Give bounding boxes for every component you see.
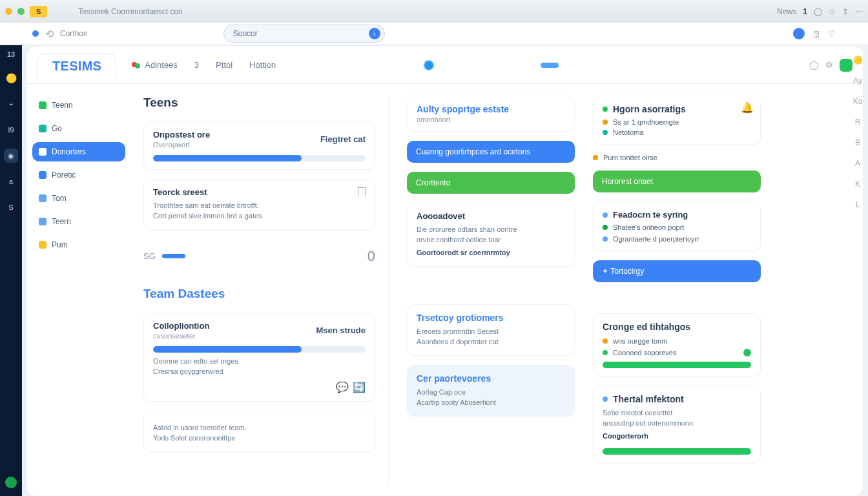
header-gear-icon[interactable]: ⚙ bbox=[825, 60, 833, 70]
url-text[interactable]: Corthon bbox=[60, 29, 88, 38]
card-hgorn[interactable]: 🔔 Hgorn asorratigs Ss ar 1 qmdhoemgte Ne… bbox=[593, 96, 761, 145]
profile-avatar[interactable] bbox=[793, 28, 805, 39]
sidebar-item-tom[interactable]: Tom bbox=[32, 189, 125, 208]
window-dot-2 bbox=[17, 8, 25, 15]
pum-icon bbox=[39, 241, 46, 249]
menu-icon[interactable]: ⋯ bbox=[855, 7, 863, 16]
card-trsetcoy[interactable]: Trsetcoy grotiomers Ereoets prontrnttin … bbox=[407, 304, 575, 356]
card-sub: cusonseseter bbox=[153, 332, 209, 340]
card-teorck[interactable]: Teorck sreest Troothtee sam eat oerrate … bbox=[143, 179, 375, 230]
app-title[interactable]: TESIMS bbox=[37, 53, 116, 79]
right-rail: 🟡 Ay Ko R B A K L bbox=[847, 45, 868, 496]
rail-item-5[interactable]: a bbox=[4, 174, 18, 189]
url-bar: ⟲ Corthon Soocor › ⍰ ♡ bbox=[0, 23, 868, 45]
card-feadocrn[interactable]: Feadocrn te syring Shatee's onheon poprt… bbox=[593, 202, 761, 251]
card-title: Thertal mfektont bbox=[613, 394, 684, 404]
sidebar-item-teern[interactable]: Teern bbox=[32, 212, 125, 231]
search-placeholder: Soocor bbox=[233, 29, 258, 38]
secondary-action-button[interactable]: Crorttento bbox=[407, 172, 575, 194]
card-line: Troothtee sam eat oerrate tirtrofft. bbox=[153, 201, 351, 211]
sidebar-item-pum[interactable]: Pum bbox=[32, 235, 125, 254]
icon-rail: 13 🟡 ⌁ I9 ◉ a S bbox=[0, 45, 22, 496]
card-line: Netotoma bbox=[613, 129, 644, 136]
search-go-icon[interactable]: › bbox=[369, 28, 380, 39]
dot-icon bbox=[603, 225, 608, 230]
primary-action-button[interactable]: Cuanng goortirhpces ard ocetons bbox=[407, 141, 575, 163]
browser-title: Tessmek Coornmontaesct con bbox=[78, 7, 182, 16]
rail-status-dot[interactable] bbox=[5, 477, 17, 488]
site-identity-icon[interactable] bbox=[32, 30, 39, 37]
stat-value: 0 bbox=[367, 248, 375, 265]
dot-icon bbox=[603, 338, 608, 344]
user-icon[interactable]: ⍰ bbox=[814, 29, 819, 39]
nav-2[interactable]: 3 bbox=[194, 60, 199, 70]
circle-icon: ◯ bbox=[814, 7, 822, 16]
card-astod[interactable]: Astod in usord toerorler team. Yods Sole… bbox=[143, 411, 375, 452]
sidebar-item-donors[interactable]: Donorters bbox=[32, 142, 125, 161]
browser-tab[interactable]: S bbox=[30, 6, 47, 17]
team-icon bbox=[39, 101, 46, 109]
sidebar-item-poretic[interactable]: Poretic bbox=[32, 165, 125, 185]
card-line: wns ourgge tonm bbox=[613, 337, 667, 345]
green-action-button[interactable]: Hororest onaet bbox=[593, 170, 761, 192]
card-line: Cresrsa goyggrerwred bbox=[153, 367, 366, 377]
card-line: Cort perod sive immon brd a gates bbox=[153, 211, 351, 222]
card-line-emph: Congorterorh bbox=[603, 431, 751, 442]
status-dot bbox=[743, 349, 751, 356]
dot-icon bbox=[603, 397, 608, 402]
card-title: Hgorn asorratigs bbox=[613, 104, 686, 114]
rail-item-active[interactable]: ◉ bbox=[4, 149, 18, 163]
card-onpostest[interactable]: Onpostest ore Overopwort Fiegtret cat bbox=[143, 121, 375, 170]
card-line: Ss ar 1 qmdhoemgte bbox=[613, 118, 679, 126]
dot-icon bbox=[603, 350, 608, 355]
rail-emoji[interactable]: 🟡 bbox=[853, 56, 863, 65]
rail-item-3[interactable]: I9 bbox=[4, 123, 18, 137]
card-line: Astod in usord toerorler team. bbox=[153, 423, 366, 433]
refresh-icon[interactable]: 🔄 bbox=[353, 381, 366, 393]
header-circle-icon[interactable]: ◯ bbox=[809, 60, 819, 70]
refresh-icon[interactable]: ⟲ bbox=[45, 28, 54, 40]
news-label[interactable]: News bbox=[777, 7, 796, 16]
sidebar-item-team[interactable]: Teenn bbox=[32, 96, 125, 115]
sidebar: Teenn Go Donorters Poretic Tom Teern Pum bbox=[27, 84, 130, 496]
chip-purn[interactable]: Purn tonttet olrse bbox=[593, 154, 761, 161]
card-title: Cer paortevoeres bbox=[417, 373, 565, 384]
card-thertal[interactable]: Thertal mfektont Sebe meotot ooesrttet a… bbox=[593, 386, 761, 463]
nav-3[interactable]: Pttol bbox=[216, 60, 232, 70]
up-icon[interactable]: ↥ bbox=[842, 7, 849, 16]
progress-green bbox=[603, 362, 751, 368]
sidebar-item-go[interactable]: Go bbox=[32, 119, 125, 138]
star-icon[interactable]: ☆ bbox=[829, 7, 836, 16]
card-cronge[interactable]: Cronge ed tihtahgos wns ourgge tonm Coon… bbox=[593, 313, 761, 377]
nav-4[interactable]: Hottion bbox=[249, 60, 276, 70]
card-title: Aulty spoprtge estste bbox=[417, 104, 565, 114]
card-aooo[interactable]: Aoooadovet Ble ororuree odtars shan oori… bbox=[407, 203, 575, 267]
teern-icon bbox=[39, 218, 46, 225]
tortoclrgy-button[interactable]: ✦ Tortoclrgy bbox=[593, 260, 761, 282]
stat-label: SG bbox=[143, 251, 156, 261]
rail-label: K bbox=[855, 180, 860, 189]
tom-icon bbox=[39, 194, 46, 202]
dot-icon bbox=[593, 155, 598, 160]
rail-item-6[interactable]: S bbox=[4, 200, 18, 214]
nav-activities[interactable]: Adintees bbox=[132, 60, 178, 70]
card-aulty[interactable]: Aulty spoprtge estste omonhoort bbox=[407, 96, 575, 132]
card-title: Collopliontion bbox=[153, 321, 209, 331]
card-collop[interactable]: Collopliontion cusonseseter Msen strude … bbox=[143, 313, 375, 402]
rail-home-icon[interactable]: 🟡 bbox=[4, 71, 18, 85]
rail-badge: 13 bbox=[5, 49, 17, 59]
column-2: Aulty spoprtge estste omonhoort Cuanng g… bbox=[407, 96, 575, 484]
bookmark-icon[interactable] bbox=[358, 187, 366, 196]
card-cer[interactable]: Cer paortevoeres Aorlag Cap oce Acartrp … bbox=[407, 365, 575, 417]
header-indicator bbox=[541, 63, 559, 68]
bookmark-icon[interactable]: ♡ bbox=[828, 29, 836, 39]
card-sub: omonhoort bbox=[417, 116, 565, 123]
rail-item-2[interactable]: ⌁ bbox=[4, 97, 18, 111]
poretic-icon bbox=[39, 171, 46, 179]
chat-icon[interactable]: 💬 bbox=[336, 381, 349, 393]
bell-icon[interactable]: 🔔 bbox=[741, 101, 754, 114]
search-input[interactable]: Soocor › bbox=[223, 25, 385, 43]
card-right-label: Msen strude bbox=[316, 326, 366, 335]
card-title: Aoooadovet bbox=[417, 211, 565, 221]
header-status-dot[interactable] bbox=[423, 59, 435, 71]
